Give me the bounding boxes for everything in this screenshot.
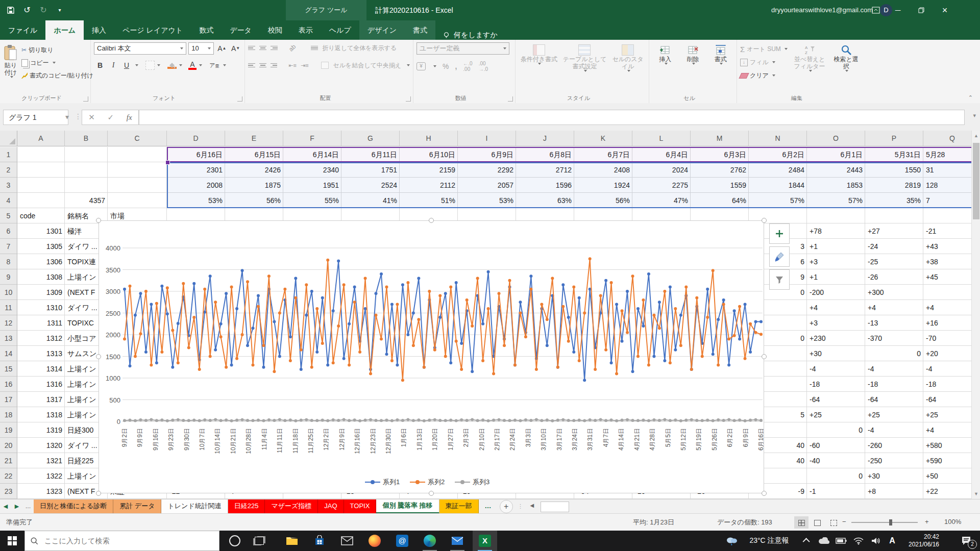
row-header-8[interactable]: 8 — [0, 254, 17, 269]
cell-P9[interactable]: -26 — [865, 269, 923, 285]
hidden-icons-chevron[interactable] — [800, 531, 814, 551]
italic-button[interactable]: I — [107, 60, 119, 71]
cell-Q6[interactable]: -21 — [923, 223, 971, 239]
row-header-20[interactable]: 20 — [0, 438, 17, 453]
cut-button[interactable]: ✂切り取り — [21, 44, 93, 56]
align-bottom-icon[interactable] — [271, 45, 278, 52]
cell-P6[interactable]: +27 — [865, 223, 923, 239]
bold-button[interactable]: B — [94, 60, 106, 71]
format-cells-button[interactable]: 書式 — [708, 42, 733, 65]
start-button[interactable] — [0, 531, 24, 551]
row-header-14[interactable]: 14 — [0, 346, 17, 361]
scroll-left-icon[interactable]: ◀ — [530, 503, 534, 508]
taskbar-search[interactable] — [24, 531, 219, 551]
font-size-select[interactable]: 10 — [188, 42, 214, 55]
taskbar-app-outlook[interactable]: @ — [390, 531, 414, 551]
formula-input[interactable] — [139, 110, 965, 125]
taskbar-app-firefox[interactable] — [362, 531, 387, 551]
cell-O13[interactable]: +230 — [807, 331, 865, 346]
column-header-K[interactable]: K — [574, 131, 632, 146]
cell-A5[interactable]: code — [17, 208, 65, 223]
page-layout-view-button[interactable] — [811, 516, 825, 529]
values-range-highlight[interactable] — [167, 162, 971, 208]
cell-O19[interactable]: 0 — [807, 422, 865, 438]
column-header-D[interactable]: D — [167, 131, 225, 146]
column-header-G[interactable]: G — [341, 131, 400, 146]
sheet-tab-9[interactable]: 東証一部 — [439, 499, 479, 514]
legend-item-系列3[interactable]: 系列3 — [455, 478, 489, 486]
shrink-font-button[interactable]: A▼ — [230, 43, 241, 54]
column-header-I[interactable]: I — [458, 131, 516, 146]
tab-formulas[interactable]: 数式 — [191, 20, 222, 40]
cell-Q21[interactable]: +590 — [923, 453, 971, 468]
action-center-button[interactable]: 2 — [953, 531, 980, 551]
restore-button[interactable] — [910, 0, 933, 20]
wifi-icon[interactable] — [850, 531, 867, 551]
sheet-tab-4[interactable]: 日経225 — [228, 499, 265, 514]
chart-object[interactable]: 050010001500200025003000350040009月2日9月9日… — [99, 220, 764, 493]
cell-Q11[interactable]: +4 — [923, 300, 971, 315]
zoom-slider-knob[interactable] — [889, 519, 892, 525]
row-header-22[interactable]: 22 — [0, 468, 17, 484]
row-header-5[interactable]: 5 — [0, 208, 17, 223]
tab-chart-design[interactable]: デザイン — [359, 20, 405, 40]
clipboard-dialog-launcher[interactable] — [83, 96, 88, 102]
ribbon-display-options-icon[interactable] — [866, 0, 886, 20]
row-header-11[interactable]: 11 — [0, 300, 17, 315]
column-header-B[interactable]: B — [65, 131, 108, 146]
cell-A7[interactable]: 1305 — [17, 239, 65, 254]
cell-O17[interactable]: -64 — [807, 392, 865, 407]
row-header-10[interactable]: 10 — [0, 285, 17, 300]
cell-A23[interactable]: 1323 — [17, 484, 65, 499]
cell-O14[interactable]: +30 — [807, 346, 865, 361]
tell-me-box[interactable]: 何をしますか — [435, 31, 505, 40]
column-header-E[interactable]: E — [225, 131, 283, 146]
horizontal-scroll-thumb[interactable] — [541, 502, 569, 512]
wrap-text-icon[interactable] — [311, 45, 318, 52]
vertical-scrollbar[interactable]: ▲ ▼ — [971, 131, 980, 499]
cortana-button[interactable] — [223, 531, 247, 551]
legend-item-系列2[interactable]: 系列2 — [410, 478, 445, 486]
cell-O18[interactable]: +25 — [807, 407, 865, 422]
cell-O9[interactable]: +1 — [807, 269, 865, 285]
format-painter-button[interactable]: 書式のコピー/貼り付け — [21, 70, 93, 81]
qat-customize-icon[interactable]: ▾ — [53, 4, 66, 16]
weather-icon[interactable] — [723, 531, 741, 551]
align-center-icon[interactable] — [259, 62, 266, 69]
paste-button[interactable]: 貼り付け — [3, 42, 18, 81]
cell-O15[interactable]: -4 — [807, 361, 865, 377]
cell-O23[interactable]: -1 — [807, 484, 865, 499]
onedrive-icon[interactable] — [816, 531, 832, 551]
tab-review[interactable]: 校閲 — [260, 20, 290, 40]
zoom-in-button[interactable]: + — [925, 518, 929, 525]
formula-bar-expand-icon[interactable]: ▾ — [973, 112, 976, 119]
cell-Q9[interactable]: +45 — [923, 269, 971, 285]
cell-A21[interactable]: 1321 — [17, 453, 65, 468]
increase-indent-icon[interactable]: ⇥≡ — [301, 62, 309, 69]
cell-Q15[interactable]: -4 — [923, 361, 971, 377]
row-header-19[interactable]: 19 — [0, 422, 17, 438]
more-sheets-left-icon[interactable]: … — [22, 499, 34, 514]
cell-A14[interactable]: 1313 — [17, 346, 65, 361]
cell-P19[interactable]: -4 — [865, 422, 923, 438]
cell-Q8[interactable]: +38 — [923, 254, 971, 269]
row-header-17[interactable]: 17 — [0, 392, 17, 407]
cell-P10[interactable]: +300 — [865, 285, 923, 300]
cell-O21[interactable]: -40 — [807, 453, 865, 468]
zoom-slider[interactable] — [851, 522, 918, 523]
cell-A18[interactable]: 1318 — [17, 407, 65, 422]
task-view-button[interactable] — [247, 531, 272, 551]
row-header-21[interactable]: 21 — [0, 453, 17, 468]
row-header-3[interactable]: 3 — [0, 178, 17, 193]
cell-P11[interactable]: +4 — [865, 300, 923, 315]
cell-O22[interactable]: 0 — [807, 468, 865, 484]
cell-A13[interactable]: 1312 — [17, 331, 65, 346]
tab-file[interactable]: ファイル — [0, 20, 45, 40]
borders-icon[interactable] — [145, 61, 155, 70]
align-middle-icon[interactable] — [259, 45, 266, 52]
merge-center-icon[interactable] — [321, 62, 329, 69]
cell-A15[interactable]: 1314 — [17, 361, 65, 377]
minimize-button[interactable]: ─ — [886, 0, 910, 20]
cell-Q23[interactable]: +22 — [923, 484, 971, 499]
column-header-O[interactable]: O — [807, 131, 865, 146]
